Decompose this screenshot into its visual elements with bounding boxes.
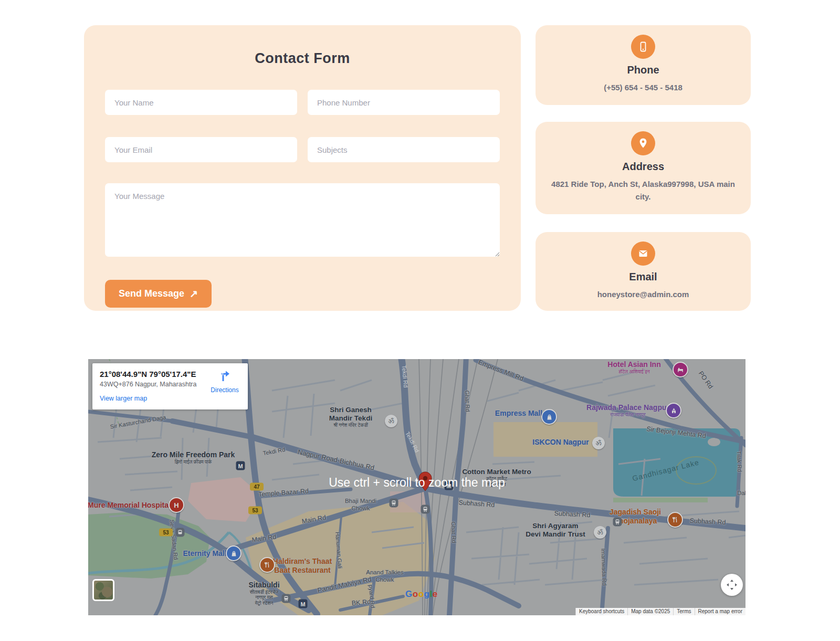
fullscreen-toggle-button[interactable]	[721, 574, 743, 596]
message-textarea[interactable]	[105, 183, 500, 257]
address-value: 4821 Ride Top, Anch St, Alaska997998, US…	[548, 178, 738, 203]
location-pin-icon	[631, 131, 655, 155]
directions-label: Directions	[208, 386, 242, 394]
arrow-up-right-icon: ↗	[190, 288, 198, 300]
report-map-error-link[interactable]: Report a map error	[695, 608, 746, 615]
view-larger-map-link[interactable]: View larger map	[100, 395, 147, 402]
envelope-icon	[631, 241, 655, 266]
email-value: honeystore@admin.com	[548, 288, 738, 301]
pan-arrows-icon	[726, 579, 738, 591]
email-card: Email honeystore@admin.com	[536, 232, 751, 311]
card-title: Email	[548, 271, 738, 283]
send-message-button[interactable]: Send Message ↗	[105, 280, 212, 308]
directions-button[interactable]: Directions	[208, 369, 242, 394]
contact-section: Contact Form Send Message ↗ Phone (+55) …	[0, 0, 840, 336]
email-input[interactable]	[105, 137, 297, 162]
send-message-label: Send Message	[119, 288, 184, 299]
card-title: Address	[548, 161, 738, 173]
contact-cards: Phone (+55) 654 - 545 - 5418 Address 482…	[536, 25, 751, 328]
map-data-label: Map data ©2025	[627, 608, 673, 615]
subject-input[interactable]	[308, 137, 500, 162]
name-input[interactable]	[105, 90, 297, 115]
satellite-view-thumbnail[interactable]	[92, 579, 114, 601]
terms-link[interactable]: Terms	[673, 608, 694, 615]
map-info-card: 21°08'44.9"N 79°05'17.4"E 43WQ+876 Nagpu…	[92, 363, 248, 409]
map-scroll-hint: Use ctrl + scroll to zoom the map	[88, 476, 746, 490]
keyboard-shortcuts-link[interactable]: Keyboard shortcuts	[575, 608, 627, 615]
phone-value: (+55) 654 - 545 - 5418	[548, 81, 738, 94]
form-title: Contact Form	[105, 50, 500, 67]
google-map-embed[interactable]: Sir Kasturchand DagaTekdi RdTekdi RdGhat…	[88, 359, 746, 615]
directions-icon	[218, 369, 232, 382]
phone-input[interactable]	[308, 90, 500, 115]
phone-card: Phone (+55) 654 - 545 - 5418	[536, 25, 751, 105]
phone-icon	[631, 35, 655, 59]
card-title: Phone	[548, 64, 738, 76]
contact-form-panel: Contact Form Send Message ↗	[84, 25, 521, 311]
address-card: Address 4821 Ride Top, Anch St, Alaska99…	[536, 122, 751, 214]
map-attribution: Keyboard shortcuts Map data ©2025 Terms …	[575, 608, 746, 615]
